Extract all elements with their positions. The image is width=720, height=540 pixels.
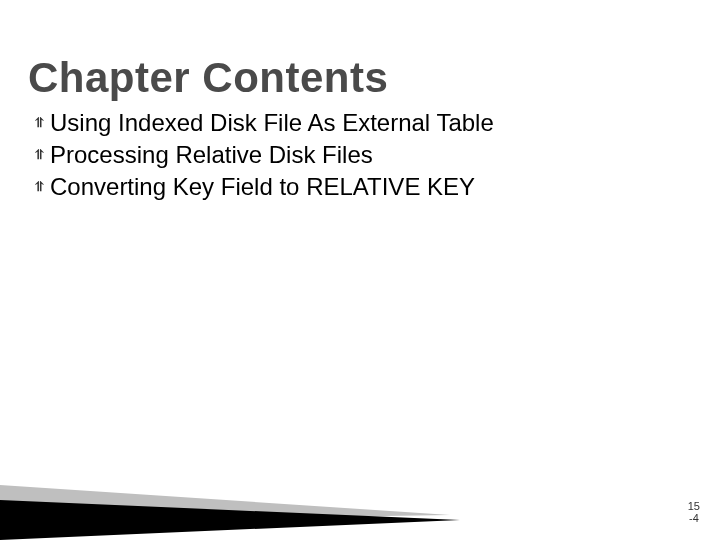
list-item-text: Processing Relative Disk Files [50,140,373,170]
list-item: ⥣ Using Indexed Disk File As External Ta… [34,108,680,138]
bullet-icon: ⥣ [34,108,48,138]
content-list: ⥣ Using Indexed Disk File As External Ta… [34,108,680,204]
slide: Chapter Contents ⥣ Using Indexed Disk Fi… [0,0,720,540]
decorative-wedge [0,450,480,540]
bullet-icon: ⥣ [34,140,48,170]
slide-number: -4 [688,512,700,524]
slide-title: Chapter Contents [28,54,388,102]
list-item-text: Converting Key Field to RELATIVE KEY [50,172,475,202]
bullet-icon: ⥣ [34,172,48,202]
page-number: 15 -4 [688,500,700,524]
chapter-number: 15 [688,500,700,512]
list-item-text: Using Indexed Disk File As External Tabl… [50,108,494,138]
list-item: ⥣ Converting Key Field to RELATIVE KEY [34,172,680,202]
list-item: ⥣ Processing Relative Disk Files [34,140,680,170]
